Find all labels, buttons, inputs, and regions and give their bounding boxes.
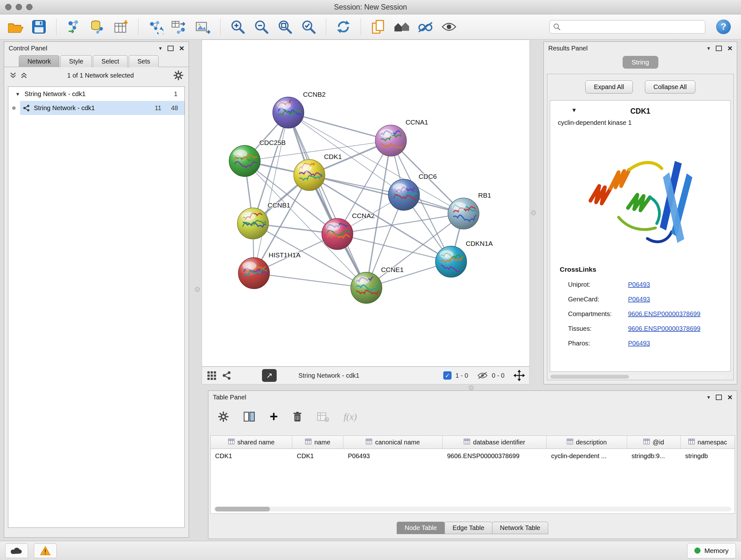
network-edge[interactable]: [288, 113, 391, 141]
tab-string[interactable]: String: [623, 56, 658, 69]
panel-close-icon[interactable]: ×: [179, 44, 184, 52]
panel-float-icon[interactable]: [167, 46, 174, 51]
network-node-CCNB2[interactable]: CCNB2: [273, 91, 326, 128]
network-graph[interactable]: CCNB2CCNA1CDC25BCDK1CDC6RB1CCNB1CCNA2CDK…: [202, 40, 529, 366]
scrollbar-thumb[interactable]: [215, 507, 270, 511]
panel-close-icon[interactable]: ×: [728, 44, 732, 52]
network-edge[interactable]: [309, 175, 463, 213]
table-horizontal-scrollbar[interactable]: [214, 507, 731, 511]
hidden-eye-slash-icon[interactable]: [477, 371, 488, 380]
column-header-shared-name[interactable]: shared name: [211, 436, 292, 449]
network-view-canvas[interactable]: CCNB2CCNA1CDC25BCDK1CDC6RB1CCNB1CCNA2CDK…: [202, 40, 530, 367]
export-image-button[interactable]: [193, 17, 212, 37]
tab-select[interactable]: Select: [93, 55, 128, 67]
table-row[interactable]: CDK1CDK1P064939606.ENSP00000378699cyclin…: [211, 449, 735, 463]
zoom-fit-button[interactable]: [275, 17, 294, 37]
open-file-button[interactable]: [6, 17, 25, 37]
column-header--id[interactable]: @id: [627, 436, 681, 449]
table-settings-gear-icon[interactable]: [218, 411, 229, 422]
network-node-CDK1[interactable]: CDK1: [293, 153, 342, 191]
crosslink-link[interactable]: 9606.ENSP00000378699: [628, 310, 700, 318]
home-layout-button[interactable]: [392, 17, 411, 37]
network-view-icon[interactable]: [222, 371, 231, 380]
column-header-canonical-name[interactable]: canonical name: [343, 436, 443, 449]
panel-close-icon[interactable]: ×: [728, 393, 732, 401]
scrollbar-thumb[interactable]: [550, 375, 629, 379]
hide-selected-button[interactable]: [416, 17, 435, 37]
column-header-name[interactable]: name: [292, 436, 343, 449]
warnings-button[interactable]: [34, 543, 57, 558]
network-from-selection-button[interactable]: [146, 17, 165, 37]
pan-crosshair-icon[interactable]: [514, 370, 525, 381]
network-node-CCNA1[interactable]: CCNA1: [375, 118, 428, 156]
help-button[interactable]: ?: [716, 19, 731, 34]
crosslink-link[interactable]: P06493: [628, 340, 650, 347]
copy-document-button[interactable]: [368, 17, 388, 37]
tab-network[interactable]: Network: [19, 55, 59, 67]
network-node-RB1[interactable]: RB1: [448, 192, 491, 229]
horizontal-splitter-handle[interactable]: [469, 385, 474, 390]
panel-float-icon[interactable]: [716, 46, 722, 51]
tab-network-table[interactable]: Network Table: [492, 522, 548, 534]
column-header-database-identifier[interactable]: database identifier: [443, 436, 547, 449]
table-cell[interactable]: stringdb: [681, 452, 735, 460]
collapse-all-button[interactable]: Collapse All: [645, 80, 696, 94]
network-collection-row[interactable]: ▼ String Network - cdk1 1: [8, 87, 185, 101]
results-horizontal-scrollbar[interactable]: [550, 375, 725, 379]
network-node-CCNB1[interactable]: CCNB1: [238, 201, 290, 239]
cloud-status-button[interactable]: [5, 543, 28, 558]
delete-trash-icon[interactable]: [293, 411, 302, 422]
network-row-selected[interactable]: String Network - cdk1 11 48: [20, 101, 185, 115]
refresh-layout-button[interactable]: [334, 17, 353, 37]
show-columns-icon[interactable]: [244, 412, 255, 422]
collapse-all-icon[interactable]: [9, 71, 17, 79]
panel-menu-icon[interactable]: ▾: [707, 394, 710, 401]
panel-menu-icon[interactable]: ▾: [707, 45, 710, 52]
network-edge[interactable]: [254, 113, 288, 273]
left-splitter-handle[interactable]: [195, 287, 200, 292]
panel-menu-icon[interactable]: ▾: [159, 45, 162, 52]
table-cell[interactable]: CDK1: [292, 452, 343, 460]
import-network-database-button[interactable]: [88, 17, 107, 37]
add-row-plus-icon[interactable]: +: [270, 411, 278, 422]
tab-edge-table[interactable]: Edge Table: [445, 522, 492, 534]
panel-float-icon[interactable]: [716, 395, 722, 400]
expand-all-icon[interactable]: [20, 71, 28, 79]
zoom-out-button[interactable]: [252, 17, 271, 37]
network-edge[interactable]: [288, 113, 366, 288]
detach-view-button[interactable]: ↗: [262, 369, 277, 382]
tab-node-table[interactable]: Node Table: [397, 522, 445, 534]
tab-sets[interactable]: Sets: [129, 55, 158, 67]
table-cell[interactable]: CDK1: [211, 452, 292, 460]
section-collapse-icon[interactable]: ▼: [571, 107, 577, 114]
crosslink-link[interactable]: 9606.ENSP00000378699: [628, 325, 700, 332]
memory-button[interactable]: Memory: [687, 543, 736, 558]
network-edge[interactable]: [254, 273, 366, 288]
network-to-table-button[interactable]: [170, 17, 189, 37]
crosslink-link[interactable]: P06493: [628, 281, 650, 288]
zoom-selected-button[interactable]: [299, 17, 318, 37]
tree-expand-icon[interactable]: ▼: [15, 91, 20, 97]
right-splitter-handle[interactable]: [531, 210, 536, 215]
gear-icon[interactable]: [173, 70, 184, 80]
table-cell[interactable]: P06493: [343, 452, 443, 460]
crosslink-link[interactable]: P06493: [628, 296, 650, 303]
network-node-HIST1H1A[interactable]: HIST1H1A: [239, 251, 300, 289]
tab-style[interactable]: Style: [60, 55, 91, 67]
zoom-in-button[interactable]: [228, 17, 247, 37]
import-network-file-button[interactable]: [64, 17, 83, 37]
column-header-description[interactable]: description: [547, 436, 627, 449]
save-session-button[interactable]: [29, 17, 49, 37]
network-row[interactable]: String Network - cdk1 11 48: [8, 101, 185, 115]
column-header-namespac[interactable]: namespac: [681, 436, 735, 449]
search-box[interactable]: [549, 20, 705, 34]
table-cell[interactable]: 9606.ENSP00000378699: [443, 452, 547, 460]
show-all-button[interactable]: [440, 17, 459, 37]
table-cell[interactable]: cyclin-dependent ...: [547, 452, 627, 460]
network-node-CDKN1A[interactable]: CDKN1A: [435, 240, 493, 277]
search-input[interactable]: [563, 23, 702, 30]
grid-view-icon[interactable]: [206, 370, 217, 381]
import-table-button[interactable]: [111, 17, 131, 37]
table-cell[interactable]: stringdb:9...: [627, 452, 681, 460]
expand-all-button[interactable]: Expand All: [585, 80, 633, 94]
